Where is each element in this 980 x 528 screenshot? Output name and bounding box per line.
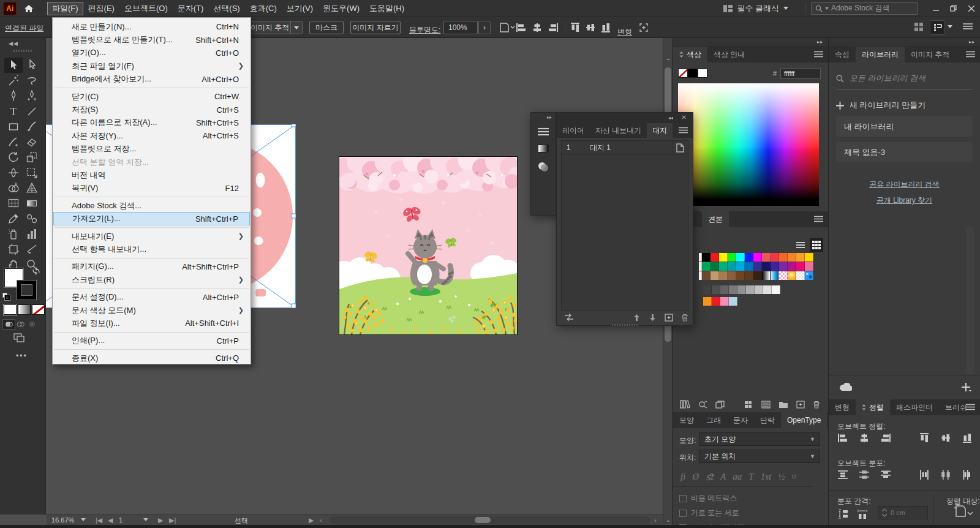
paintbrush-tool[interactable] — [23, 119, 41, 134]
draw-behind-mode[interactable] — [15, 320, 26, 329]
file-menu-item[interactable]: 복귀(V)F12 — [53, 182, 250, 195]
collapsed-panel-icon-1[interactable] — [538, 127, 556, 136]
swatch[interactable] — [703, 285, 712, 294]
next-artboard-icon[interactable]: ▶ — [158, 516, 163, 524]
workspace-switcher[interactable]: 필수 클래식 — [723, 3, 788, 14]
tab-견본[interactable]: 견본 — [702, 211, 729, 227]
opentype-feature[interactable]: Ø — [692, 472, 699, 483]
swatch[interactable] — [710, 271, 719, 280]
align-bottom-icon[interactable] — [962, 432, 973, 443]
dist-left-icon[interactable] — [919, 469, 930, 480]
checkbox[interactable] — [679, 510, 687, 517]
swatch[interactable] — [736, 253, 745, 262]
swatch[interactable] — [737, 285, 746, 294]
slice-tool[interactable] — [23, 241, 41, 257]
opentype-feature[interactable]: ¤ — [791, 472, 796, 483]
swatch[interactable] — [728, 262, 736, 271]
tools-drag-grip[interactable] — [13, 50, 32, 52]
rotate-tool[interactable] — [4, 149, 23, 165]
align-tabs-menu-icon[interactable] — [966, 404, 975, 410]
white-swatch[interactable] — [698, 69, 707, 78]
list-view-icon[interactable] — [794, 238, 807, 252]
swatch[interactable] — [788, 253, 796, 262]
width-tool[interactable] — [4, 165, 23, 180]
checkbox[interactable] — [679, 495, 687, 502]
file-menu-item[interactable]: 버전 내역 — [53, 168, 250, 181]
position-dropdown[interactable]: 기본 위치▼ — [699, 450, 820, 463]
align-top-icon[interactable] — [570, 22, 581, 33]
arrange-documents-icon[interactable] — [914, 22, 926, 33]
swatch[interactable] — [779, 253, 788, 262]
shape-builder-tool[interactable] — [4, 180, 23, 195]
menubar-item[interactable]: 윈도우(W) — [318, 2, 364, 15]
expand-dock-icon[interactable]: ▸▸ — [817, 39, 823, 45]
opentype-feature[interactable]: ½ — [778, 472, 785, 483]
library-link[interactable]: 공유 라이브러리 검색 — [829, 179, 980, 190]
file-menu-item[interactable]: 사본 저장(Y)...Alt+Ctrl+S — [53, 129, 250, 142]
swatch[interactable] — [753, 262, 762, 271]
opentype-feature[interactable]: aa — [733, 472, 742, 483]
docking-chevron-icon[interactable] — [948, 25, 952, 28]
rectangle-tool[interactable] — [4, 119, 23, 134]
scroll-right-icon[interactable]: › — [654, 516, 657, 524]
menubar-item[interactable]: 보기(V) — [282, 2, 318, 15]
panel-menu-icon[interactable] — [679, 127, 688, 134]
hex-value-input[interactable]: ffffff — [780, 68, 821, 79]
opacity-label[interactable]: 불투명도: — [409, 25, 440, 36]
create-library-button[interactable]: 새 라이브러리 만들기 — [836, 100, 973, 111]
align-middle-icon[interactable] — [585, 22, 596, 33]
tab-모양[interactable]: 모양 — [673, 412, 700, 428]
swatch[interactable] — [796, 262, 805, 271]
minimize-button[interactable] — [927, 0, 944, 17]
file-menu-item[interactable]: 열기(O)...Ctrl+O — [53, 47, 250, 59]
swatch[interactable] — [771, 271, 779, 280]
menubar-item[interactable]: 선택(S) — [208, 2, 244, 15]
menubar-item[interactable]: 오브젝트(O) — [119, 2, 173, 15]
paint-none-button[interactable] — [32, 304, 45, 315]
align-bottom-icon[interactable] — [600, 22, 611, 33]
swatch[interactable] — [788, 262, 796, 271]
file-menu-item[interactable]: Bridge에서 찾아보기...Alt+Ctrl+O — [53, 73, 250, 86]
blend-tool[interactable] — [23, 211, 41, 226]
swatch[interactable] — [805, 253, 813, 262]
swatch[interactable] — [772, 285, 780, 294]
collapse-panel-icon[interactable]: ◂◂ — [668, 115, 673, 121]
draw-inside-mode[interactable] — [26, 320, 38, 329]
opentype-feature[interactable]: A — [720, 472, 726, 483]
image-trace-dropdown[interactable]: 이미지 추적 — [245, 21, 303, 34]
swatch[interactable] — [779, 262, 788, 271]
symbol-sprayer-tool[interactable] — [4, 226, 23, 241]
artboard-row[interactable]: 1 대지 1 — [562, 141, 688, 155]
collapsed-panel-icon-3[interactable] — [537, 161, 556, 172]
swatch[interactable] — [728, 253, 736, 262]
scale-tool[interactable] — [23, 149, 41, 165]
tab-라이브러리[interactable]: 라이브러리 — [856, 47, 905, 62]
last-artboard-icon[interactable]: ▶| — [169, 516, 176, 524]
docking-layout-button[interactable] — [930, 20, 945, 35]
collapsed-panel-icon-2[interactable] — [538, 145, 549, 153]
file-menu-item[interactable]: 인쇄(P)...Ctrl+P — [53, 334, 250, 347]
artboard-number[interactable]: 1 — [119, 516, 123, 524]
first-artboard-icon[interactable]: |◀ — [96, 516, 102, 524]
spacing-value-input[interactable]: 0 cm — [878, 506, 928, 519]
align-top-icon[interactable] — [919, 432, 930, 443]
restore-button[interactable] — [944, 0, 962, 17]
dist-right-icon[interactable] — [962, 469, 973, 480]
transform-label[interactable]: 변형 — [617, 27, 632, 37]
spacing-h-icon[interactable] — [857, 508, 868, 519]
spacing-v-icon[interactable] — [837, 508, 848, 519]
none-swatch[interactable] — [678, 69, 688, 78]
selection-tool[interactable] — [4, 58, 23, 73]
curvature-tool[interactable] — [23, 88, 41, 104]
stock-search-input[interactable]: Adobe Stock 검색 — [811, 2, 918, 15]
artboard-tool[interactable] — [4, 241, 23, 257]
swatch[interactable] — [719, 253, 728, 262]
swatch[interactable] — [745, 262, 753, 271]
dist-hcenter-icon[interactable] — [940, 469, 951, 480]
swatch[interactable] — [712, 285, 720, 294]
illustrator-logo-icon[interactable]: Ai — [3, 2, 17, 15]
paint-color-button[interactable] — [4, 304, 17, 315]
free-transform-icon[interactable] — [638, 22, 649, 33]
swap-fill-stroke-icon[interactable] — [32, 267, 40, 275]
tab-그래[interactable]: 그래 — [700, 412, 727, 428]
